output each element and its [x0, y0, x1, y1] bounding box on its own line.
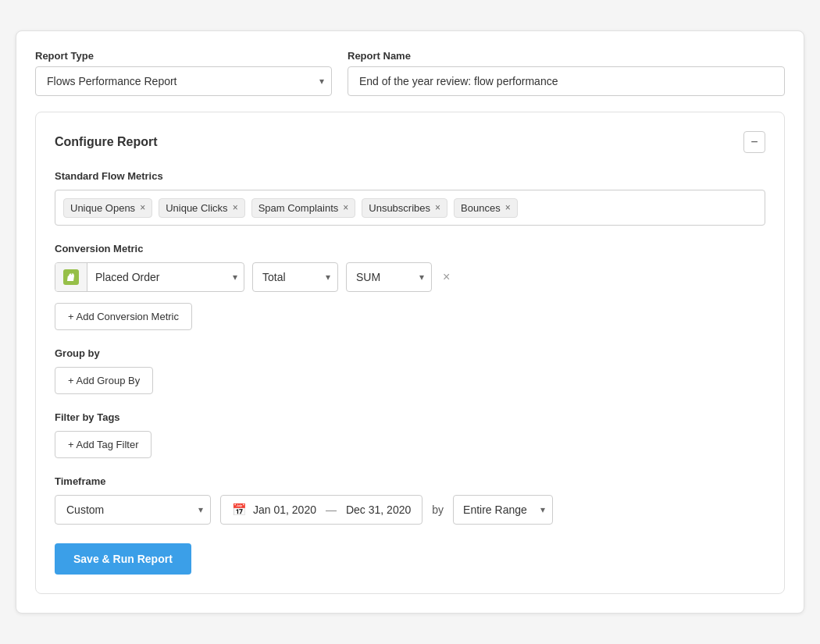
- total-select-wrapper[interactable]: Total ▾: [252, 262, 338, 292]
- timeframe-select-wrapper[interactable]: Custom ▾: [55, 495, 211, 525]
- report-type-group: Report Type Flows Performance Report ▾: [35, 50, 332, 96]
- group-by-section: Group by + Add Group By: [55, 347, 765, 394]
- date-end: Dec 31, 2020: [346, 503, 411, 516]
- report-type-select-wrapper[interactable]: Flows Performance Report ▾: [35, 66, 332, 96]
- top-row: Report Type Flows Performance Report ▾ R…: [35, 50, 785, 96]
- total-select[interactable]: Total: [252, 262, 338, 292]
- add-conversion-metric-button[interactable]: + Add Conversion Metric: [55, 303, 192, 330]
- tag-bounces-close[interactable]: ×: [505, 203, 511, 212]
- filter-by-tags-label: Filter by Tags: [55, 411, 765, 423]
- collapse-button[interactable]: −: [743, 131, 765, 153]
- configure-title: Configure Report: [55, 135, 158, 149]
- conversion-row: Placed Order ▾ Total ▾ SUM ▾: [55, 262, 765, 292]
- tag-unique-opens-label: Unique Opens: [70, 202, 135, 214]
- tag-unique-clicks-label: Unique Clicks: [166, 202, 227, 214]
- tags-area: Unique Opens × Unique Clicks × Spam Comp…: [55, 190, 765, 226]
- date-start: Jan 01, 2020: [253, 503, 316, 516]
- entire-range-select[interactable]: Entire Range: [453, 495, 553, 525]
- tag-unique-clicks: Unique Clicks ×: [159, 198, 245, 218]
- timeframe-row: Custom ▾ 📅 Jan 01, 2020 — Dec 31, 2020 b…: [55, 495, 765, 525]
- shopify-icon: [63, 269, 79, 285]
- standard-flow-metrics-label: Standard Flow Metrics: [55, 170, 765, 182]
- tag-unique-opens: Unique Opens ×: [63, 198, 152, 218]
- tag-unsubscribes-label: Unsubscribes: [369, 202, 430, 214]
- save-run-button[interactable]: Save & Run Report: [55, 543, 191, 575]
- configure-card: Configure Report − Standard Flow Metrics…: [35, 112, 785, 594]
- timeframe-select[interactable]: Custom: [55, 495, 211, 525]
- tag-bounces: Bounces ×: [454, 198, 518, 218]
- page-container: Report Type Flows Performance Report ▾ R…: [16, 30, 804, 614]
- add-tag-filter-button[interactable]: + Add Tag Filter: [55, 431, 152, 458]
- tag-spam-complaints-close[interactable]: ×: [343, 203, 348, 212]
- group-by-label: Group by: [55, 347, 765, 359]
- timeframe-section: Timeframe Custom ▾ 📅 Jan 01, 2020 — Dec …: [55, 475, 765, 525]
- tag-unique-clicks-close[interactable]: ×: [233, 203, 238, 212]
- shopify-icon-box: [55, 263, 87, 291]
- sum-select-wrapper[interactable]: SUM ▾: [346, 262, 432, 292]
- tag-unique-opens-close[interactable]: ×: [140, 203, 145, 212]
- conversion-metric-close[interactable]: ×: [443, 270, 450, 284]
- report-type-select[interactable]: Flows Performance Report: [35, 66, 332, 96]
- conversion-metric-label: Conversion Metric: [55, 243, 765, 254]
- placed-order-select-wrapper[interactable]: Placed Order ▾: [55, 262, 244, 292]
- date-range-picker[interactable]: 📅 Jan 01, 2020 — Dec 31, 2020: [220, 495, 422, 525]
- sum-select[interactable]: SUM: [346, 262, 432, 292]
- entire-range-select-wrapper[interactable]: Entire Range ▾: [453, 495, 553, 525]
- tag-bounces-label: Bounces: [461, 202, 501, 214]
- report-name-label: Report Name: [348, 50, 785, 62]
- report-name-group: Report Name: [348, 50, 785, 96]
- standard-flow-metrics-section: Standard Flow Metrics Unique Opens × Uni…: [55, 170, 765, 226]
- calendar-icon: 📅: [232, 503, 247, 517]
- tag-spam-complaints: Spam Complaints ×: [251, 198, 356, 218]
- tag-unsubscribes: Unsubscribes ×: [362, 198, 447, 218]
- conversion-metric-section: Conversion Metric Placed Order: [55, 243, 765, 330]
- configure-header: Configure Report −: [55, 131, 765, 153]
- filter-by-tags-section: Filter by Tags + Add Tag Filter: [55, 411, 765, 458]
- report-name-input[interactable]: [348, 66, 785, 96]
- add-group-by-button[interactable]: + Add Group By: [55, 367, 153, 394]
- date-dash: —: [326, 503, 337, 516]
- timeframe-label: Timeframe: [55, 475, 765, 487]
- by-label: by: [432, 503, 444, 516]
- report-type-label: Report Type: [35, 50, 332, 62]
- tag-unsubscribes-close[interactable]: ×: [435, 203, 440, 212]
- placed-order-select[interactable]: Placed Order: [87, 263, 244, 291]
- tag-spam-complaints-label: Spam Complaints: [258, 202, 339, 214]
